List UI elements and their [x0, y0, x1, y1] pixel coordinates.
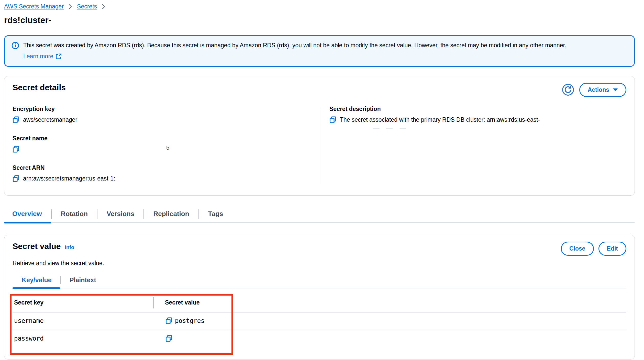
refresh-button[interactable]	[562, 83, 575, 96]
copy-password-value-button[interactable]	[165, 335, 172, 342]
actions-button-label: Actions	[588, 86, 609, 93]
info-banner: This secret was created by Amazon RDS (r…	[4, 35, 635, 67]
secret-value-panel: Secret value Info Close Edit Retrieve an…	[4, 235, 635, 359]
secret-description-value: The secret associated with the primary R…	[340, 116, 540, 123]
copy-secret-name-button[interactable]	[13, 145, 19, 153]
secret-arn-value: arn:aws:secretsmanager:us-east-1:	[23, 175, 115, 182]
copy-icon	[165, 335, 172, 342]
external-link-icon	[55, 53, 62, 60]
encryption-key-value: aws/secretsmanager	[23, 116, 77, 123]
table-row-password: password	[13, 330, 626, 347]
view-tab-bar: Key/value Plaintext	[13, 274, 626, 288]
copy-encryption-key-button[interactable]	[13, 116, 19, 124]
copy-secret-arn-button[interactable]	[13, 175, 19, 183]
copy-icon	[165, 317, 172, 325]
banner-message: This secret was created by Amazon RDS (r…	[23, 41, 566, 50]
tab-overview[interactable]: Overview	[4, 207, 51, 222]
field-encryption-key: Encryption key aws/secretsmanager	[13, 106, 321, 124]
table-header-row: Secret key Secret value	[13, 294, 626, 312]
secret-name-label: Secret name	[13, 135, 321, 142]
actions-button[interactable]: Actions	[579, 83, 626, 97]
key-value-table: Secret key Secret value username postgre…	[13, 294, 626, 347]
page-title: rds!cluster-	[4, 15, 635, 25]
tab-key-value[interactable]: Key/value	[13, 274, 60, 288]
secret-key-password: password	[13, 335, 154, 342]
field-secret-arn: Secret ARN arn:aws:secretsmanager:us-eas…	[13, 164, 321, 183]
tab-plaintext[interactable]: Plaintext	[61, 274, 105, 288]
secret-value-heading: Secret value	[13, 242, 61, 251]
info-icon	[12, 42, 19, 49]
caret-down-icon	[613, 88, 618, 92]
copy-icon	[329, 116, 336, 124]
aws-console-page: AWS Secrets Manager Secrets rds!cluster-…	[0, 0, 644, 359]
edit-button-label: Edit	[607, 245, 618, 252]
tab-versions[interactable]: Versions	[97, 207, 143, 222]
copy-icon	[13, 175, 19, 183]
tab-replication[interactable]: Replication	[144, 207, 198, 222]
secret-value-username: postgres	[175, 317, 205, 324]
tab-tags[interactable]: Tags	[199, 207, 232, 222]
learn-more-link[interactable]: Learn more	[23, 52, 62, 61]
breadcrumb-link-secrets[interactable]: Secrets	[77, 3, 97, 10]
field-secret-description: Secret description The secret associated…	[329, 106, 626, 129]
info-link[interactable]: Info	[65, 244, 74, 250]
secret-details-panel: Secret details Actions	[4, 76, 635, 196]
copy-icon	[13, 116, 19, 124]
redaction-artifact	[373, 128, 626, 129]
copy-icon	[13, 145, 19, 153]
column-header-secret-key: Secret key	[13, 297, 154, 308]
learn-more-label: Learn more	[23, 52, 53, 61]
copy-username-value-button[interactable]	[165, 317, 172, 325]
refresh-icon	[562, 84, 574, 96]
tab-rotation[interactable]: Rotation	[52, 207, 97, 222]
column-header-secret-value: Secret value	[154, 299, 200, 306]
chevron-right-icon	[102, 4, 106, 9]
secret-value-description: Retrieve and view the secret value.	[13, 260, 626, 267]
secret-key-username: username	[13, 317, 154, 324]
secret-name-value-fragment: 5	[166, 146, 170, 152]
close-button[interactable]: Close	[561, 242, 594, 256]
breadcrumb-link-secrets-manager[interactable]: AWS Secrets Manager	[4, 3, 64, 10]
copy-secret-description-button[interactable]	[329, 116, 336, 124]
secret-details-heading: Secret details	[13, 83, 66, 92]
secret-description-label: Secret description	[329, 106, 626, 112]
encryption-key-label: Encryption key	[13, 106, 321, 112]
breadcrumb: AWS Secrets Manager Secrets	[4, 3, 635, 10]
table-row-username: username postgres	[13, 312, 626, 330]
chevron-right-icon	[68, 4, 72, 9]
field-secret-name: Secret name 5	[13, 135, 321, 153]
tab-bar: Overview Rotation Versions Replication T…	[4, 207, 635, 223]
secret-arn-label: Secret ARN	[13, 164, 321, 171]
close-button-label: Close	[569, 245, 585, 252]
edit-button[interactable]: Edit	[598, 242, 626, 256]
